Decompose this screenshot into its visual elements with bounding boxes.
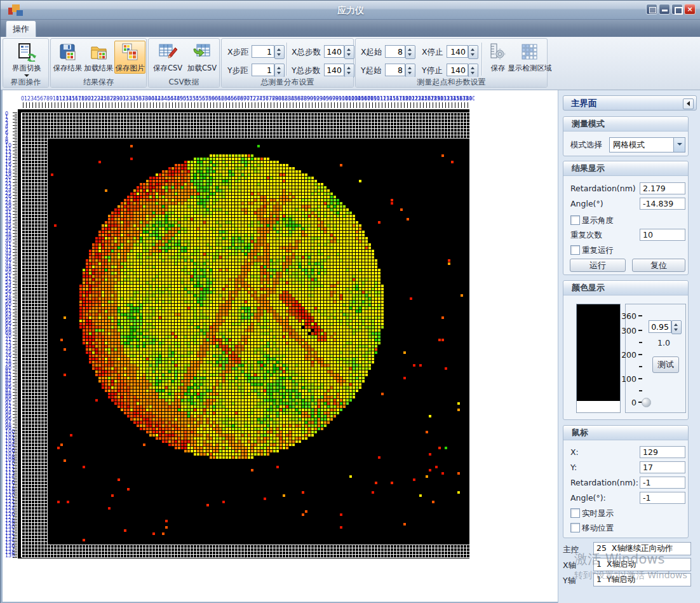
realtime-display-label: 实时显示: [582, 508, 614, 519]
mouse-header: 鼠标: [563, 426, 688, 440]
x-step-spinner[interactable]: [252, 45, 283, 58]
save-result-label: 保存结果: [53, 64, 83, 73]
y-step-label: Y步距: [227, 65, 248, 76]
y-stop-input[interactable]: [447, 64, 468, 76]
group-label-interface: 界面操作: [3, 77, 48, 87]
group-color-display: 颜色显示 360 300 200 100 0: [563, 280, 689, 420]
y-start-spin-buttons[interactable]: [405, 64, 415, 78]
folder-icon: [90, 43, 109, 62]
mode-select-dropdown-button[interactable]: [673, 138, 685, 152]
y-stop-spinner[interactable]: [447, 64, 477, 76]
x-total-spinner[interactable]: [324, 45, 353, 58]
stress-heatmap[interactable]: [4, 94, 475, 562]
main-control-status[interactable]: [593, 542, 691, 555]
mouse-angle-value[interactable]: [640, 492, 685, 504]
x-axis-label: X轴: [563, 560, 576, 571]
group-result-display: 结果显示 Retardation(nm) Angle(°) 显示角度 重复次数 …: [563, 161, 689, 275]
close-button[interactable]: ×: [684, 4, 696, 15]
reset-button[interactable]: 复位: [632, 259, 685, 272]
angle-value[interactable]: [640, 198, 685, 210]
y-step-spinner[interactable]: [252, 64, 283, 76]
y-total-spinner[interactable]: [324, 64, 353, 76]
scale-slider-knob[interactable]: [642, 398, 651, 407]
repeat-run-label: 重复运行: [582, 245, 614, 256]
y-axis-status[interactable]: [593, 573, 691, 586]
ribbon-tabstrip: 操作: [1, 20, 700, 37]
restore-icon: [649, 7, 656, 13]
close-icon: ×: [687, 5, 692, 13]
load-csv-button[interactable]: 加载CSV: [185, 41, 219, 74]
side-panel: 主界面 测量模式 模式选择 网格模式 结果显示 Retardation(nm) …: [558, 90, 700, 603]
x-stop-spin-buttons[interactable]: [468, 45, 478, 59]
ribbon-group-result-save: 保存结果 加载结果: [50, 38, 147, 88]
spin-down-icon: [347, 53, 351, 56]
result-display-header: 结果显示: [563, 161, 688, 176]
color-legend-swatch: [576, 304, 621, 413]
detect-area-grid-icon: [520, 43, 539, 62]
switch-interface-label: 界面切换: [12, 64, 41, 73]
run-button[interactable]: 运行: [570, 259, 626, 272]
mouse-x-value[interactable]: [640, 446, 685, 458]
ruler-gear-icon: [489, 43, 507, 62]
save-image-button[interactable]: 保存图片: [114, 41, 145, 74]
x-start-input[interactable]: [385, 45, 405, 58]
ratio-spinner[interactable]: [649, 320, 680, 333]
repeat-run-checkbox[interactable]: [570, 245, 580, 255]
ribbon: 界面切换 界面操作 保存结果: [1, 37, 700, 90]
repeat-count-value[interactable]: [640, 229, 685, 241]
tab-operation[interactable]: 操作: [6, 20, 36, 37]
x-stop-spinner[interactable]: [447, 45, 477, 58]
x-step-spin-buttons[interactable]: [274, 45, 285, 59]
scale-minor-tick: [639, 390, 642, 391]
mouse-retardation-label: Retardation(nm):: [570, 478, 638, 487]
show-detect-area-label: 显示检测区域: [508, 64, 552, 73]
realtime-display-checkbox[interactable]: [570, 508, 580, 518]
test-button[interactable]: 测试: [652, 356, 679, 373]
mode-select-label: 模式选择: [570, 140, 602, 151]
y-total-spin-buttons[interactable]: [344, 64, 354, 78]
y-start-spinner[interactable]: [385, 64, 414, 76]
restore-down-button[interactable]: [646, 4, 657, 15]
save-csv-button[interactable]: 保存CSV: [151, 41, 185, 74]
x-start-spin-buttons[interactable]: [405, 45, 415, 59]
group-mouse: 鼠标 X: Y: Retardation(nm): Angle(°): 实时显示…: [563, 425, 689, 538]
spin-up-icon: [674, 323, 678, 326]
x-total-spin-buttons[interactable]: [344, 45, 354, 59]
mode-select-combo[interactable]: 网格模式: [609, 137, 685, 152]
ribbon-group-interface: 界面切换 界面操作: [3, 38, 49, 88]
ratio-spin-buttons[interactable]: [671, 320, 682, 334]
show-angle-checkbox[interactable]: [570, 215, 580, 225]
y-total-input[interactable]: [324, 64, 344, 76]
angle-label: Angle(°): [570, 199, 603, 208]
panel-title-text: 主界面: [571, 98, 597, 108]
group-separator: [481, 43, 482, 76]
x-step-input[interactable]: [252, 45, 274, 58]
y-step-spin-buttons[interactable]: [274, 64, 285, 78]
group-label-distribution: 总测量分布设置: [222, 77, 353, 87]
y-start-input[interactable]: [385, 64, 405, 76]
x-total-input[interactable]: [324, 45, 344, 58]
y-stop-spin-buttons[interactable]: [468, 64, 478, 78]
switch-interface-button[interactable]: 界面切换: [7, 41, 46, 78]
move-position-checkbox[interactable]: [570, 523, 580, 532]
table-pen-icon: [158, 43, 177, 62]
title-bar[interactable]: 应力仪 ×: [1, 1, 700, 20]
panel-collapse-button[interactable]: [683, 98, 694, 109]
mouse-retardation-value[interactable]: [640, 477, 685, 489]
retardation-value[interactable]: [640, 182, 685, 194]
x-stop-input[interactable]: [447, 45, 468, 58]
load-result-label: 加载结果: [84, 64, 114, 73]
x-start-spinner[interactable]: [385, 45, 414, 58]
ratio-input[interactable]: [649, 320, 671, 333]
show-detect-area-button[interactable]: 显示检测区域: [512, 41, 548, 74]
load-result-button[interactable]: 加载结果: [83, 41, 114, 74]
spin-up-icon: [471, 48, 475, 51]
y-step-input[interactable]: [252, 64, 274, 76]
minimize-icon: [662, 10, 668, 11]
mouse-y-value[interactable]: [640, 461, 685, 473]
x-axis-status[interactable]: [593, 558, 691, 571]
maximize-button[interactable]: [671, 4, 683, 15]
spin-down-icon: [471, 53, 475, 56]
save-result-button[interactable]: 保存结果: [52, 41, 83, 74]
minimize-button[interactable]: [659, 4, 670, 15]
